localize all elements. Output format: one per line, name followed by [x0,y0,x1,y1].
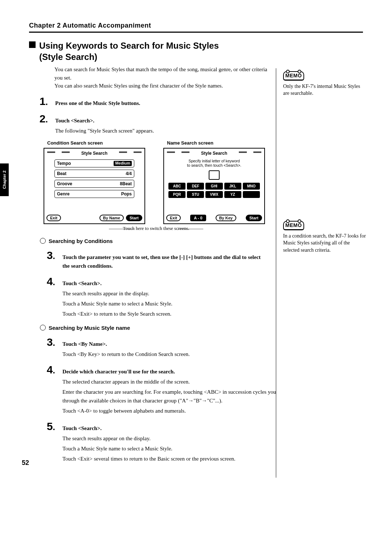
step-5-body1: The search results appear on the display… [62,434,280,443]
subsection-bullet [40,238,46,244]
step-number: 2. [29,113,51,125]
memo-2-text: In a condition search, the KF-7 looks fo… [283,232,367,254]
def-button[interactable]: DEF [187,183,204,190]
step-5-body3: Touch <Exit> several times to return to … [62,454,280,463]
step-4b-text: Decide which character you'll use for th… [62,369,175,375]
name-screen-label: Name Search screen [167,140,265,146]
step-4a-body2: Touch a Music Style name to select a Mus… [62,299,280,308]
step-5-text: Touch <Search>. [62,425,102,432]
page-number: 52 [22,459,29,467]
name-instructions: Specify initial letter of keyword to sea… [164,159,264,168]
step-4a-body3: Touch <Exit> to return to the Style Sear… [62,309,280,318]
memo-icon: MEMO [283,221,304,230]
chapter-header: Chapter 2 Automatic Accompaniment [29,22,363,29]
step-number: 3. [36,336,58,348]
by-key-button[interactable]: By Key [216,215,236,221]
subsection-conditions-title: Searching by Conditions [49,238,113,244]
step-3a-text: Touch the parameter you want to set, the… [62,253,266,270]
a0-button[interactable]: A - 0 [190,215,206,221]
yz-button[interactable]: YZ [224,191,241,198]
start-button[interactable]: Start [246,215,262,221]
abc-empty [243,191,260,198]
name-search-screen: Style Search Specify initial letter of k… [163,148,265,224]
by-name-button[interactable]: By Name [99,215,124,221]
step-number: 1. [29,95,51,108]
step-4a-body1: The search results appear in the display… [62,289,280,298]
step-3b-body: Touch <By Key> to return to the Conditio… [62,350,280,358]
header-rule [29,32,363,33]
section-bullet [29,41,36,48]
vwx-button[interactable]: VWX [205,191,222,198]
memo-2: MEMO In a condition search, the KF-7 loo… [283,221,367,254]
step-1-text: Press one of the Music Style buttons. [55,100,140,106]
section-title-line2: (Style Search) [39,52,97,62]
step-5-body2: Touch a Music Style name to select a Mus… [62,444,280,453]
lcd-title: Style Search [164,151,264,156]
lcd-title: Style Search [44,151,144,156]
ghi-button[interactable]: GHI [205,183,222,190]
vertical-rule [276,68,276,478]
param-beat[interactable]: Beat 4/4 [54,170,134,178]
exit-button[interactable]: Exit [166,215,181,221]
pqr-button[interactable]: PQR [168,191,185,198]
condition-search-screen: Style Search Tempo Medium Beat 4/4 Groov… [44,148,145,224]
character-box [209,170,220,180]
memo-1: MEMO Only the KF-7's internal Music Styl… [283,71,367,97]
start-button[interactable]: Start [126,215,142,221]
section-title: Using Keywords to Search for Music Style… [39,40,219,62]
step-4b-body2: Enter the character you are searching fo… [62,388,280,405]
param-tempo[interactable]: Tempo Medium [54,159,134,167]
condition-screen-label: Condition Search screen [47,140,145,146]
intro-paragraph-2: You can also search Music Styles using t… [54,82,272,90]
step-number: 4. [36,275,58,288]
step-2-body: The following "Style Search screen" appe… [55,126,273,135]
intro-paragraph-1: You can search for Music Styles that mat… [54,65,272,82]
jkl-button[interactable]: JKL [224,183,241,190]
switch-note: Touch here to switch these screens. [44,226,269,231]
abc-button[interactable]: ABC [168,183,185,190]
memo-1-text: Only the KF-7's internal Music Styles ar… [283,83,367,97]
step-number: 5. [36,420,58,433]
stu-button[interactable]: STU [187,191,204,198]
step-4b-body3: Touch <A-0> to toggle between alphabets … [62,406,280,415]
exit-button[interactable]: Exit [46,215,61,221]
step-number: 3. [36,249,58,262]
memo-icon: MEMO [283,71,304,81]
param-groove[interactable]: Groove 8Beat [54,180,134,188]
param-genre[interactable]: Genre Pops [54,190,134,198]
section-title-line1: Using Keywords to Search for Music Style… [39,41,219,50]
step-2-text: Touch <Search>. [55,118,94,124]
step-4a-text: Touch <Search>. [62,280,102,287]
subsection-name-title: Searching by Music Style name [49,325,130,331]
step-3b-text: Touch <By Name>. [62,341,107,347]
subsection-bullet [40,325,46,331]
step-4b-body1: The selected character appears in the mi… [62,377,280,386]
mno-button[interactable]: MNO [243,183,260,190]
step-number: 4. [36,364,58,376]
